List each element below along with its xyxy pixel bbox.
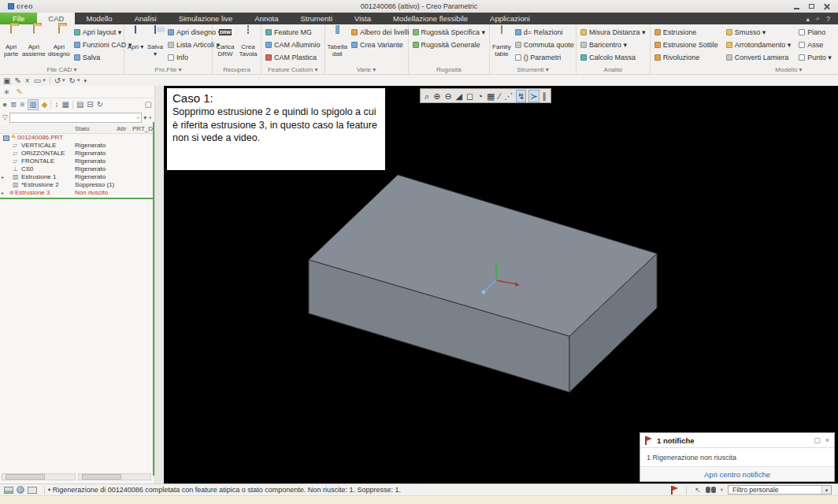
tree-collapse-style-icon[interactable]: ≡ bbox=[20, 99, 24, 110]
tree-row-part[interactable]: 001240086.PRT bbox=[0, 134, 154, 142]
pro-salva-button[interactable]: Salva ▾ bbox=[146, 26, 164, 57]
brush-icon[interactable]: ✎ bbox=[16, 87, 22, 96]
rivoluzione-button[interactable]: Rivoluzione bbox=[653, 51, 720, 64]
tree-columns-icon[interactable]: ▥ bbox=[28, 99, 38, 110]
group-label-file-cad[interactable]: File CAD ▾ bbox=[2, 65, 121, 74]
notification-close-icon[interactable]: × bbox=[825, 436, 829, 444]
feature-mg-button[interactable]: Feature MG bbox=[264, 26, 322, 39]
scrollbar-thumb[interactable] bbox=[6, 474, 45, 480]
find-binoculars-icon[interactable] bbox=[706, 487, 716, 493]
crea-variante-button[interactable]: Crea Variante bbox=[350, 39, 411, 51]
estrusione-button[interactable]: Estrusione bbox=[653, 26, 720, 39]
spin-center-toggle-icon[interactable]: ↯ bbox=[516, 90, 526, 102]
tab-modellazione-flessibile[interactable]: Modellazione flessibile bbox=[382, 13, 479, 24]
group-label-modello[interactable]: Modello ▾ bbox=[653, 65, 838, 74]
group-label-strumenti[interactable]: Strumenti ▾ bbox=[492, 65, 573, 74]
graphics-area[interactable]: Caso 1: Sopprimo estrusione 2 e quindi l… bbox=[164, 86, 838, 484]
windows-icon[interactable]: ▭ bbox=[34, 76, 41, 86]
window-preview-icon[interactable] bbox=[4, 487, 13, 494]
close-window-icon[interactable]: × bbox=[25, 76, 30, 86]
tree-settings-icon[interactable]: ⊟ bbox=[87, 99, 93, 110]
tab-vista[interactable]: Vista bbox=[343, 13, 382, 24]
tree-row-orizzontale[interactable]: ▱ ORIZZONTALE Rigenerato bbox=[0, 150, 154, 158]
dragger-toggle-icon[interactable]: ≻ bbox=[528, 90, 539, 102]
bookmark-icon[interactable]: ◆ bbox=[42, 99, 48, 110]
column-header-stato[interactable]: Stato bbox=[75, 125, 90, 132]
add-filter-icon[interactable]: + bbox=[148, 114, 152, 121]
asse-button[interactable]: Asse bbox=[797, 39, 833, 51]
rugosita-specifica-button[interactable]: Rugosità Specifica ▾ bbox=[411, 26, 488, 39]
expander-icon[interactable]: ▸ bbox=[2, 173, 6, 181]
tree-row-frontale[interactable]: ▱ FRONTALE Rigenerato bbox=[0, 158, 154, 165]
zoom-in-icon[interactable]: ⊕ bbox=[432, 90, 441, 102]
tab-strumenti[interactable]: Strumenti bbox=[289, 13, 343, 24]
punto-button[interactable]: Punto ▾ bbox=[797, 51, 833, 64]
tab-cad[interactable]: CAD bbox=[37, 13, 75, 24]
tree-row-estrusione-3[interactable]: ▸ ⊘ Estrusione 3 Non riuscito bbox=[0, 189, 154, 197]
crea-tavola-button[interactable]: Crea Tavola bbox=[238, 26, 258, 57]
panel-splitter[interactable] bbox=[154, 86, 164, 484]
redo-icon[interactable]: ↻ bbox=[69, 76, 76, 86]
select-box-icon[interactable]: ▣ bbox=[3, 76, 10, 86]
zoom-out-icon[interactable]: ⊖ bbox=[443, 90, 452, 102]
more-commands-icon[interactable]: ▾ bbox=[83, 76, 87, 86]
combobox-dropdown-icon[interactable]: ▾ bbox=[821, 486, 831, 494]
restore-button[interactable] bbox=[805, 2, 818, 11]
tab-annota[interactable]: Annota bbox=[243, 13, 289, 24]
open-notification-center-link[interactable]: Apri centro notifiche bbox=[704, 470, 770, 479]
document-icon[interactable]: ▢ bbox=[145, 99, 152, 110]
repaint-icon[interactable]: ◢ bbox=[455, 90, 463, 102]
family-table-button[interactable]: Family table bbox=[492, 26, 511, 57]
web-icon[interactable] bbox=[17, 486, 24, 494]
tree-row-cs0[interactable]: ⊥ CS0 Rigenerato bbox=[0, 165, 154, 173]
notification-log-icon[interactable]: ▢ bbox=[814, 436, 821, 444]
find-dropdown-icon[interactable]: ▾ bbox=[721, 487, 723, 493]
annotation-display-icon[interactable]: ⋰ bbox=[503, 90, 514, 102]
filter-sort-icon[interactable]: ↕ bbox=[54, 99, 58, 110]
pause-icon[interactable]: ∥ bbox=[542, 90, 548, 102]
tree-tables-icon[interactable]: ▦ bbox=[61, 99, 69, 110]
tree-scrollbar[interactable] bbox=[2, 473, 76, 480]
expander-icon[interactable]: ▸ bbox=[2, 189, 6, 197]
converti-lamiera-button[interactable]: Converti Lamiera bbox=[725, 51, 793, 64]
cam-alluminio-button[interactable]: CAM Alluminio bbox=[264, 39, 322, 51]
carica-drw-button[interactable]: DRW Carica DRW bbox=[215, 26, 235, 57]
clear-filter-icon[interactable]: × bbox=[136, 114, 140, 121]
blank-window-icon[interactable] bbox=[28, 487, 37, 494]
notification-flag-icon[interactable] bbox=[671, 486, 678, 495]
view-manager-icon[interactable]: ▦ bbox=[486, 90, 495, 102]
tabella-dati-button[interactable]: Tabella dati bbox=[328, 26, 347, 57]
tab-simulazione-live[interactable]: Simulazione live bbox=[168, 13, 244, 24]
scrollbar-thumb[interactable] bbox=[82, 474, 121, 480]
tree-filter-input[interactable]: × bbox=[9, 113, 142, 123]
filter-combobox[interactable]: Filtro personale ▾ bbox=[728, 485, 832, 495]
calcolo-massa-button[interactable]: Calcolo Massa bbox=[579, 51, 647, 64]
undo-icon[interactable]: ↺ bbox=[54, 76, 61, 86]
datum-display-icon[interactable]: ∕ bbox=[498, 90, 501, 102]
tab-modello[interactable]: Modello bbox=[75, 13, 123, 24]
column-header-attr[interactable]: Attr bbox=[117, 125, 126, 132]
paint-icon[interactable]: ✎ bbox=[14, 76, 20, 86]
commuta-quote-button[interactable]: Commuta quote bbox=[514, 39, 576, 51]
columns-scrollbar[interactable] bbox=[78, 473, 152, 480]
close-button[interactable] bbox=[820, 2, 833, 11]
filter-dropdown-icon[interactable]: ▾ bbox=[143, 114, 146, 121]
group-label-varie[interactable]: Varie ▾ bbox=[328, 65, 406, 74]
refresh-tree-icon[interactable]: ↻ bbox=[97, 99, 103, 110]
apri-parte-button[interactable]: Apri parte bbox=[2, 26, 20, 57]
arrotondamento-button[interactable]: Arrotondamento ▾ bbox=[725, 39, 793, 51]
collapse-ribbon-icon[interactable]: ▴ bbox=[806, 15, 810, 23]
group-label-pro-file[interactable]: Pro.File ▾ bbox=[127, 65, 210, 74]
smusso-button[interactable]: Smusso ▾ bbox=[725, 26, 793, 39]
select-arrow-icon[interactable]: ↖ bbox=[695, 486, 701, 494]
parametri-button[interactable]: () Parametri bbox=[514, 51, 576, 64]
tab-applicazioni[interactable]: Applicazioni bbox=[479, 13, 541, 24]
baricentro-button[interactable]: Baricentro ▾ bbox=[579, 39, 647, 51]
tree-row-verticale[interactable]: ▱ VERTICALE Rigenerato bbox=[0, 142, 154, 150]
misura-distanza-button[interactable]: Misura Distanza ▾ bbox=[579, 26, 647, 39]
cam-plastica-button[interactable]: CAM Plastica bbox=[264, 51, 322, 64]
apri-disegno-button[interactable]: Apri disegno bbox=[48, 26, 70, 57]
tree-expand-style-icon[interactable]: ≣ bbox=[10, 99, 17, 110]
group-label-feature-custom[interactable]: Feature Custom ▾ bbox=[264, 65, 322, 74]
zoom-fit-icon[interactable]: ⌕ bbox=[424, 90, 430, 102]
